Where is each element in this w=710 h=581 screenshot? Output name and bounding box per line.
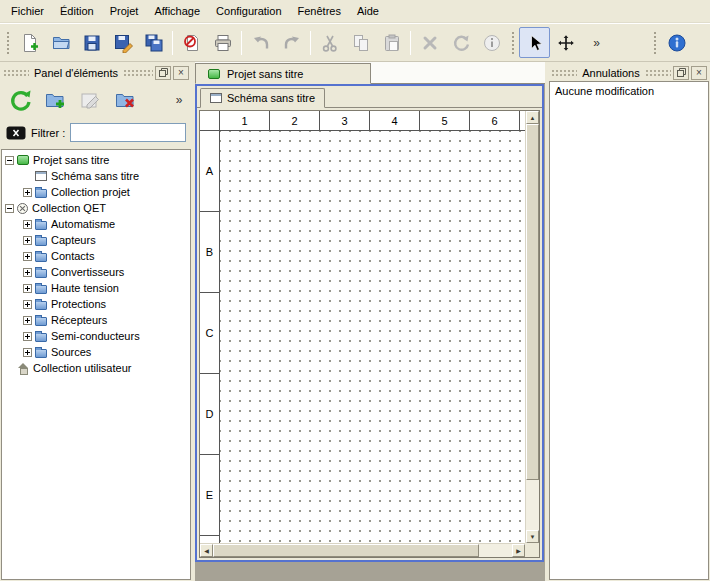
elements-panel-float-button[interactable] (155, 66, 171, 80)
scroll-up-button[interactable]: ▲ (526, 111, 539, 124)
dock-grip[interactable] (3, 69, 29, 77)
scroll-left-button[interactable]: ◀ (200, 544, 213, 557)
toolbar-grip[interactable] (653, 31, 657, 55)
close-document-button[interactable] (176, 27, 207, 58)
undo-panel-title: Annulations (577, 67, 645, 79)
vertical-scroll-track[interactable] (526, 480, 539, 530)
save-all-button[interactable] (138, 27, 169, 58)
reload-collections-button[interactable] (5, 85, 35, 115)
horizontal-scroll-thumb[interactable] (213, 544, 479, 557)
tree-item-label: Protections (47, 298, 106, 310)
elements-panel-toolbar: » (0, 81, 192, 119)
undo-history-list[interactable]: Aucune modification (549, 81, 709, 580)
delete-button[interactable] (414, 27, 445, 58)
scrollbar-corner (525, 543, 539, 557)
expand-expander-icon[interactable] (23, 268, 32, 277)
tree-item-convertisseurs[interactable]: Convertisseurs (2, 264, 190, 280)
print-button[interactable] (207, 27, 238, 58)
tree-item-capteurs[interactable]: Capteurs (2, 232, 190, 248)
tree-item-semi-conducteurs[interactable]: Semi-conducteurs (2, 328, 190, 344)
schema-canvas[interactable] (220, 131, 525, 543)
dock-grip[interactable] (645, 69, 671, 77)
menu-fenetres[interactable]: Fenêtres (290, 2, 349, 20)
tree-item-label: Collection utilisateur (29, 362, 131, 374)
tree-item-protections[interactable]: Protections (2, 296, 190, 312)
selection-mode-button[interactable] (519, 27, 550, 58)
menu-projet[interactable]: Projet (102, 2, 147, 20)
vertical-scroll-thumb[interactable] (526, 124, 539, 480)
tree-item-projet-sans-titre[interactable]: Projet sans titre (2, 152, 190, 168)
expand-expander-icon[interactable] (23, 316, 32, 325)
dock-grip[interactable] (551, 69, 577, 77)
cut-button[interactable] (314, 27, 345, 58)
collapse-expander-icon[interactable] (5, 204, 14, 213)
schema-tab[interactable]: Schéma sans titre (200, 88, 325, 108)
toolbar-overflow-button[interactable]: » (581, 27, 612, 58)
delete-element-icon (113, 88, 137, 112)
clear-filter-button[interactable] (6, 126, 26, 140)
expand-expander-icon[interactable] (23, 220, 32, 229)
redo-button[interactable] (276, 27, 307, 58)
menu-aide[interactable]: Aide (349, 2, 387, 20)
tree-item-sources[interactable]: Sources (2, 344, 190, 360)
menu-affichage[interactable]: Affichage (146, 2, 208, 20)
tree-item-collection-qet[interactable]: Collection QET (2, 200, 190, 216)
new-element-button[interactable] (40, 85, 70, 115)
copy-button[interactable] (345, 27, 376, 58)
filter-input[interactable] (70, 123, 186, 142)
elements-panel-close-button[interactable]: × (173, 66, 189, 80)
tree-item-collection-utilisateur[interactable]: Collection utilisateur (2, 360, 190, 376)
ruler-column-label: 3 (320, 111, 370, 130)
menu-edition[interactable]: Édition (52, 2, 102, 20)
expand-expander-icon[interactable] (23, 252, 32, 261)
tree-item-label: Collection QET (28, 202, 106, 214)
undo-panel-close-button[interactable]: × (691, 66, 707, 80)
panel-overflow-button[interactable]: » (171, 85, 187, 115)
expand-expander-icon[interactable] (23, 348, 32, 357)
menu-fichier[interactable]: Fichier (3, 2, 52, 20)
expand-expander-icon[interactable] (23, 236, 32, 245)
schema-icon (35, 171, 47, 181)
project-window: Schéma sans titre 1 2 3 4 5 6 (195, 84, 544, 562)
menu-configuration[interactable]: Configuration (208, 2, 289, 20)
horizontal-scrollbar[interactable]: ◀ ▶ (200, 543, 525, 557)
tree-item-automatisme[interactable]: Automatisme (2, 216, 190, 232)
edit-element-button[interactable] (75, 85, 105, 115)
expand-expander-icon[interactable] (23, 332, 32, 341)
overflow-chevron-icon: » (176, 93, 183, 107)
expand-expander-icon[interactable] (23, 300, 32, 309)
toolbar-grip[interactable] (511, 31, 515, 55)
expand-expander-icon[interactable] (23, 284, 32, 293)
elements-panel-titlebar[interactable]: Panel d'éléments × (0, 64, 192, 81)
tree-item-schema-sans-titre[interactable]: Schéma sans titre (2, 168, 190, 184)
tree-item-haute-tension[interactable]: Haute tension (2, 280, 190, 296)
paste-button[interactable] (376, 27, 407, 58)
expand-expander-icon[interactable] (23, 188, 32, 197)
undo-panel-titlebar[interactable]: Annulations × (548, 64, 710, 81)
toolbar-grip[interactable] (6, 31, 10, 55)
open-project-button[interactable] (45, 27, 76, 58)
horizontal-scroll-track[interactable] (479, 544, 512, 557)
ruler-corner (200, 111, 220, 131)
undo-button[interactable] (245, 27, 276, 58)
scroll-right-button[interactable]: ▶ (512, 544, 525, 557)
information-button[interactable] (476, 27, 507, 58)
delete-element-button[interactable] (110, 85, 140, 115)
save-button[interactable] (76, 27, 107, 58)
move-mode-button[interactable] (550, 27, 581, 58)
tree-item-contacts[interactable]: Contacts (2, 248, 190, 264)
dock-grip[interactable] (123, 69, 153, 77)
vertical-scrollbar[interactable]: ▲ ▼ (525, 111, 539, 543)
save-as-button[interactable] (107, 27, 138, 58)
about-button[interactable] (661, 27, 692, 58)
project-tab[interactable]: Projet sans titre (195, 63, 371, 84)
rotate-button[interactable] (445, 27, 476, 58)
undo-panel-float-button[interactable] (673, 66, 689, 80)
tree-item-collection-projet[interactable]: Collection projet (2, 184, 190, 200)
collapse-expander-icon[interactable] (5, 156, 14, 165)
scroll-down-button[interactable]: ▼ (526, 530, 539, 543)
new-document-button[interactable] (14, 27, 45, 58)
tree-item-label: Contacts (47, 250, 94, 262)
tree-item-recepteurs[interactable]: Récepteurs (2, 312, 190, 328)
tree-item-label: Semi-conducteurs (47, 330, 140, 342)
